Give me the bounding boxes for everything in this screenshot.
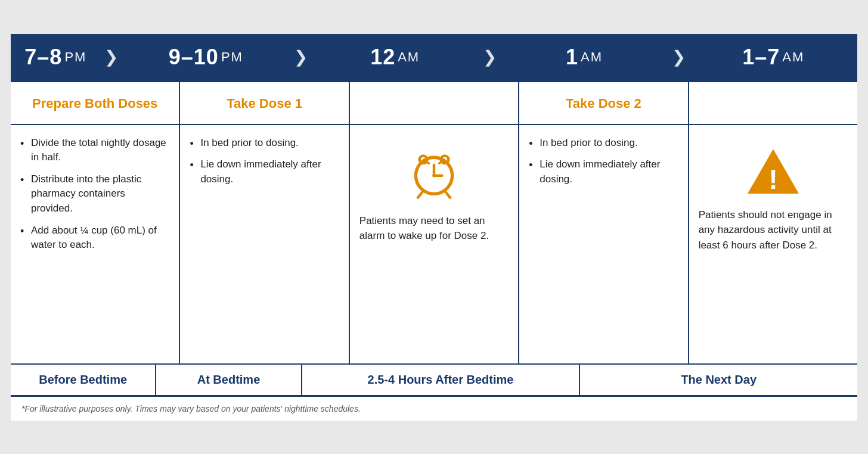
- content-cell-3: Patients may need to set an alarm to wak…: [350, 125, 519, 363]
- header-cell-2: 9–10 PM: [122, 34, 290, 80]
- header-cell-4: 1 AM: [500, 34, 668, 80]
- content-cell-4: In bed prior to dosing. Lie down immedia…: [519, 125, 689, 363]
- chevron-3: ❯: [479, 47, 500, 67]
- list-item: Lie down immediately after dosing.: [190, 157, 339, 186]
- list-item: In bed prior to dosing.: [190, 136, 339, 151]
- warning-icon-area: ! Patients should not engage in any haza…: [699, 136, 848, 265]
- title-cell-4: Take Dose 2: [519, 82, 689, 124]
- ampm-label-2: PM: [221, 49, 243, 65]
- time-label-5: 1–7: [742, 45, 780, 70]
- ampm-label-5: AM: [782, 49, 804, 65]
- main-container: 7–8 PM ❯ 9–10 PM ❯ 12 AM ❯ 1 AM ❯ 1–7 AM…: [11, 34, 857, 421]
- chevron-4: ❯: [668, 47, 690, 67]
- list-item: Lie down immediately after dosing.: [529, 157, 678, 186]
- warning-triangle-icon: !: [746, 148, 800, 195]
- title-cell-1: Prepare Both Doses: [11, 82, 180, 124]
- footnote: *For illustrative purposes only. Times m…: [11, 397, 857, 421]
- ampm-label-1: PM: [64, 49, 86, 65]
- warning-text: Patients should not engage in any hazard…: [699, 207, 848, 253]
- alarm-text: Patients may need to set an alarm to wak…: [359, 213, 509, 244]
- time-label-2: 9–10: [169, 45, 219, 70]
- title-cell-5: [689, 82, 857, 124]
- title-row: Prepare Both Doses Take Dose 1 Take Dose…: [11, 80, 857, 125]
- header-cell-1: 7–8 PM: [11, 34, 101, 80]
- header-cell-3: 12 AM: [311, 34, 479, 80]
- dose2-list: In bed prior to dosing. Lie down immedia…: [529, 136, 678, 187]
- alarm-clock-icon: [407, 148, 461, 201]
- alarm-icon-area: Patients may need to set an alarm to wak…: [359, 136, 509, 256]
- list-item: Divide the total nightly dosage in half.: [20, 136, 169, 165]
- svg-line-8: [426, 161, 430, 164]
- footer-cell-3: 2.5-4 Hours After Bedtime: [302, 365, 581, 395]
- title-cell-3: [350, 82, 519, 124]
- svg-line-4: [418, 192, 422, 197]
- chevron-2: ❯: [290, 47, 311, 67]
- svg-text:!: !: [768, 163, 778, 194]
- footer-cell-4: The Next Day: [580, 365, 857, 395]
- chevron-1: ❯: [101, 47, 122, 67]
- list-item: In bed prior to dosing.: [529, 136, 678, 151]
- svg-point-3: [432, 174, 435, 177]
- content-cell-1: Divide the total nightly dosage in half.…: [11, 125, 180, 363]
- footer-cell-1: Before Bedtime: [11, 365, 156, 395]
- svg-line-9: [438, 161, 442, 164]
- list-item: Add about ¼ cup (60 mL) of water to each…: [20, 223, 169, 253]
- svg-line-5: [446, 192, 450, 197]
- time-label-3: 12: [370, 45, 395, 70]
- dose-prep-list: Divide the total nightly dosage in half.…: [20, 136, 169, 253]
- content-cell-2: In bed prior to dosing. Lie down immedia…: [180, 125, 349, 363]
- list-item: Distribute into the plastic pharmacy con…: [20, 172, 169, 216]
- title-cell-2: Take Dose 1: [180, 82, 349, 124]
- time-label-4: 1: [566, 45, 578, 70]
- content-row: Divide the total nightly dosage in half.…: [11, 125, 857, 365]
- header-cell-5: 1–7 AM: [690, 34, 857, 80]
- header-row: 7–8 PM ❯ 9–10 PM ❯ 12 AM ❯ 1 AM ❯ 1–7 AM: [11, 34, 857, 80]
- ampm-label-4: AM: [581, 49, 603, 65]
- dose1-list: In bed prior to dosing. Lie down immedia…: [190, 136, 339, 187]
- content-cell-5: ! Patients should not engage in any haza…: [689, 125, 857, 363]
- ampm-label-3: AM: [398, 49, 420, 65]
- footer-row: Before Bedtime At Bedtime 2.5-4 Hours Af…: [11, 365, 857, 397]
- footer-cell-2: At Bedtime: [156, 365, 302, 395]
- time-label-1: 7–8: [24, 45, 62, 70]
